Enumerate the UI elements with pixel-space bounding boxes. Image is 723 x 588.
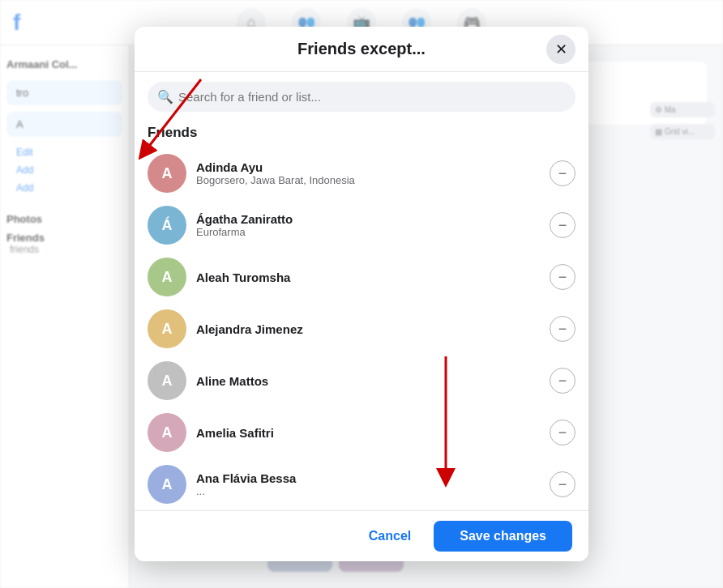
list-item[interactable]: AAmelia Safitri− <box>135 407 588 458</box>
save-changes-button[interactable]: Save changes <box>434 521 572 552</box>
avatar: A <box>148 361 186 400</box>
avatar: A <box>148 258 186 296</box>
friend-info: Adinda AyuBogorsero, Jawa Barat, Indones… <box>196 160 540 186</box>
friend-exclude-button[interactable]: − <box>550 316 575 342</box>
list-item[interactable]: AAleah Turomsha− <box>135 251 588 303</box>
friend-name: Ágatha Zaniratto <box>196 212 540 226</box>
friends-except-modal: Friends except... ✕ 🔍 Friends AAdinda Ay… <box>135 27 588 561</box>
modal-footer: Cancel Save changes <box>135 510 588 561</box>
friend-name: Adinda Ayu <box>196 160 540 174</box>
friend-name: Alejandra Jimenez <box>196 322 540 336</box>
friends-list: AAdinda AyuBogorsero, Jawa Barat, Indone… <box>135 147 588 510</box>
friend-exclude-button[interactable]: − <box>550 160 575 186</box>
friend-subtitle: Bogorsero, Jawa Barat, Indonesia <box>196 174 540 186</box>
avatar: A <box>148 154 186 193</box>
list-item[interactable]: AAlejandra Jimenez− <box>135 303 588 355</box>
friend-info: Ágatha ZanirattoEurofarma <box>196 212 540 238</box>
friend-exclude-button[interactable]: − <box>550 420 575 445</box>
friend-info: Ana Flávia Bessa... <box>196 471 540 497</box>
search-container: 🔍 <box>135 72 588 121</box>
friend-name: Amelia Safitri <box>196 426 540 440</box>
friend-info: Amelia Safitri <box>196 426 540 440</box>
friend-exclude-button[interactable]: − <box>550 264 575 290</box>
search-input[interactable] <box>148 82 575 112</box>
friend-subtitle: Eurofarma <box>196 226 540 238</box>
avatar: A <box>148 309 186 348</box>
friend-info: Aleah Turomsha <box>196 271 540 284</box>
friend-name: Ana Flávia Bessa <box>196 471 540 485</box>
modal-title: Friends except... <box>297 40 426 58</box>
friend-info: Alejandra Jimenez <box>196 322 540 336</box>
list-item[interactable]: AAdinda AyuBogorsero, Jawa Barat, Indone… <box>135 147 588 199</box>
cancel-button[interactable]: Cancel <box>356 522 424 550</box>
friend-name: Aleah Turomsha <box>196 271 540 284</box>
close-button[interactable]: ✕ <box>546 35 575 64</box>
list-item[interactable]: AAna Flávia Bessa...− <box>135 458 588 510</box>
friend-subtitle: ... <box>196 485 540 497</box>
close-icon: ✕ <box>555 40 567 58</box>
friend-exclude-button[interactable]: − <box>550 368 575 394</box>
modal-header: Friends except... ✕ <box>135 27 588 72</box>
friend-exclude-button[interactable]: − <box>550 212 575 238</box>
avatar: Á <box>148 206 186 245</box>
avatar: A <box>148 413 186 452</box>
friend-name: Aline Mattos <box>196 374 540 388</box>
list-item[interactable]: ÁÁgatha ZanirattoEurofarma− <box>135 199 588 251</box>
search-icon: 🔍 <box>157 89 173 104</box>
friend-info: Aline Mattos <box>196 374 540 388</box>
list-item[interactable]: AAline Mattos− <box>135 355 588 407</box>
friends-section-label: Friends <box>135 121 588 147</box>
avatar: A <box>148 465 186 504</box>
friend-exclude-button[interactable]: − <box>550 471 575 497</box>
